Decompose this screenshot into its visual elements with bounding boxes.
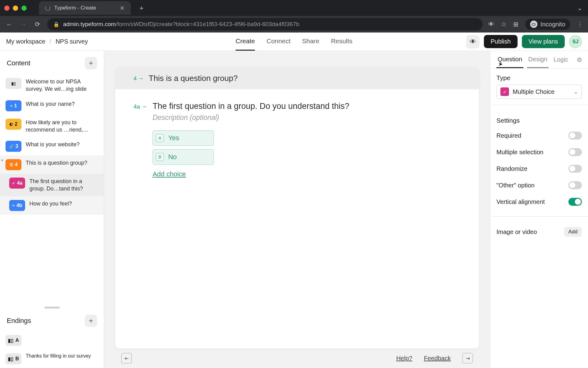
add-media-button[interactable]: Add: [564, 227, 582, 237]
canvas: 4→ This is a question group? 4a→ The fir…: [104, 51, 490, 368]
collapse-left-panel-button[interactable]: ⇤: [121, 353, 132, 363]
back-button[interactable]: ←: [5, 21, 13, 28]
chevron-down-icon: ⌄: [574, 89, 578, 95]
help-link[interactable]: Help?: [396, 355, 412, 362]
browser-chrome: Typeform - Create ✕ ＋ ⌄ ← → ⟳ 🔒 admin.ty…: [0, 0, 588, 33]
tab-create[interactable]: Create: [236, 33, 255, 51]
add-choice-button[interactable]: Add choice: [153, 170, 461, 178]
choice-label: Yes: [168, 134, 179, 142]
setting-required: Required: [490, 127, 588, 144]
toggle-randomize[interactable]: [568, 165, 582, 173]
crumb-workspace[interactable]: My workspace: [6, 38, 45, 45]
close-tab-icon[interactable]: ✕: [120, 5, 125, 12]
feedback-link[interactable]: Feedback: [424, 355, 451, 362]
extensions-icon[interactable]: ⊞: [513, 21, 518, 28]
content-item-label: How likely are you to recommend us …rien…: [26, 119, 98, 134]
slide-icon: ▮▯: [8, 356, 13, 362]
gauge-icon: ◐: [9, 122, 13, 126]
cursor-pointer-icon: ➤: [498, 61, 503, 67]
choice-a[interactable]: A Yes: [153, 130, 214, 146]
content-item-q3[interactable]: 🔗3 What is your website?: [0, 137, 104, 155]
tile-q3: 🔗3: [6, 141, 21, 152]
bookmark-icon[interactable]: ☆: [501, 21, 507, 28]
content-item-welcome[interactable]: ▮▯ Welcome to our NPSA survey. We wil…in…: [0, 74, 104, 97]
close-window-icon[interactable]: [4, 6, 9, 11]
content-item-label: Welcome to our NPSA survey. We wil…ing s…: [26, 78, 98, 93]
tab-design[interactable]: Design: [527, 52, 548, 68]
setting-label: Multiple selection: [496, 149, 543, 156]
setting-other: "Other" option: [490, 177, 588, 194]
toggle-vertical-alignment[interactable]: [568, 198, 582, 206]
tile-q4b: ⎓4b: [9, 200, 25, 211]
arrow-right-icon: →: [138, 75, 144, 82]
caret-down-icon[interactable]: ▾: [1, 158, 3, 163]
canvas-footer: ⇤ Help? Feedback ⇥: [115, 348, 479, 368]
image-video-section: Image or video Add: [490, 223, 588, 241]
preview-button[interactable]: 👁: [466, 35, 480, 48]
tab-title: Typeform - Create: [54, 5, 96, 11]
tab-results[interactable]: Results: [331, 33, 352, 51]
setting-label: Randomize: [496, 165, 527, 172]
tabs-dropdown-icon[interactable]: ⌄: [577, 4, 582, 12]
content-item-q2[interactable]: ◐2 How likely are you to recommend us …r…: [0, 115, 104, 137]
tile-q4: ☰4: [6, 159, 21, 170]
reload-button[interactable]: ⟳: [33, 21, 42, 28]
ending-tile: ▮▯A: [6, 335, 21, 346]
avatar[interactable]: SJ: [569, 35, 582, 48]
browser-tab[interactable]: Typeform - Create ✕: [39, 1, 131, 15]
add-content-button[interactable]: +: [85, 57, 97, 69]
minimize-window-icon[interactable]: [13, 6, 18, 11]
endings-heading: Endings: [7, 317, 31, 325]
eye-off-icon[interactable]: 👁: [488, 21, 494, 28]
group-header[interactable]: 4→ This is a question group?: [115, 67, 479, 89]
sidebar-left: Content + ▮▯ Welcome to our NPSA survey.…: [0, 51, 104, 368]
add-ending-button[interactable]: +: [85, 315, 97, 327]
url-text: admin.typeform.com/form/sWDtsfDj/create?…: [63, 21, 300, 28]
breadcrumb: My workspace / NPS survey: [6, 38, 88, 45]
content-list: ▮▯ Welcome to our NPSA survey. We wil…in…: [0, 74, 104, 307]
url-input[interactable]: 🔒 admin.typeform.com/form/sWDtsfDj/creat…: [47, 18, 483, 30]
tab-connect[interactable]: Connect: [266, 33, 290, 51]
forward-button[interactable]: →: [19, 21, 28, 28]
toggle-multiple-selection[interactable]: [568, 148, 582, 156]
tile-q1: ⎓1: [6, 100, 21, 111]
question-description-input[interactable]: Description (optional): [153, 113, 461, 122]
collapse-right-panel-button[interactable]: ⇥: [462, 353, 473, 363]
question-type-select[interactable]: ✓ Multiple Choice ⌄: [496, 85, 582, 99]
text-icon: ⎓: [12, 203, 15, 208]
new-tab-button[interactable]: ＋: [136, 3, 147, 13]
content-item-q4-group[interactable]: ☰4 This is a question group?: [0, 155, 104, 174]
panel-right-icon: ⇥: [466, 355, 470, 361]
question-card: 4→ This is a question group? 4a→ The fir…: [115, 67, 479, 348]
group-icon: ☰: [9, 163, 13, 167]
choice-label: No: [168, 153, 177, 161]
loading-icon: [45, 5, 51, 11]
crumb-form-title[interactable]: NPS survey: [55, 38, 88, 45]
choice-b[interactable]: B No: [153, 149, 214, 165]
content-item-q1[interactable]: ⎓1 What is your name?: [0, 97, 104, 115]
setting-randomize: Randomize: [490, 160, 588, 177]
maximize-window-icon[interactable]: [21, 6, 27, 11]
check-icon: ✓: [12, 181, 15, 186]
toggle-other-option[interactable]: [568, 181, 582, 189]
ending-item-a[interactable]: ▮▯A: [0, 331, 104, 350]
incognito-badge[interactable]: ⬭ Incognito: [525, 19, 570, 30]
content-item-q4a[interactable]: ✓4a The first question in a group. Do…ta…: [0, 174, 104, 196]
tab-share[interactable]: Share: [302, 33, 319, 51]
view-plans-button[interactable]: View plans: [522, 35, 565, 48]
toggle-required[interactable]: [568, 132, 582, 140]
resize-handle[interactable]: [44, 307, 60, 309]
incognito-icon: ⬭: [530, 21, 537, 28]
tab-logic[interactable]: Logic: [552, 52, 569, 67]
sidebar-right: Question ➤ Design Logic ⚙ Type ✓ Multipl…: [490, 51, 588, 368]
content-item-q4b[interactable]: ⎓4b How do you feel?: [0, 196, 104, 215]
publish-button[interactable]: Publish: [484, 35, 518, 48]
content-item-label: What is your website?: [26, 141, 80, 148]
link-icon: 🔗: [9, 144, 14, 149]
ending-item-b[interactable]: ▮▯B Thanks for filling in our survey: [0, 350, 104, 368]
gear-icon[interactable]: ⚙: [577, 56, 582, 63]
browser-menu-icon[interactable]: ⋮: [577, 21, 583, 28]
tile-q2: ◐2: [6, 119, 21, 130]
question-title-input[interactable]: The first question in a group. Do you un…: [153, 102, 461, 111]
setting-multiple: Multiple selection: [490, 144, 588, 160]
